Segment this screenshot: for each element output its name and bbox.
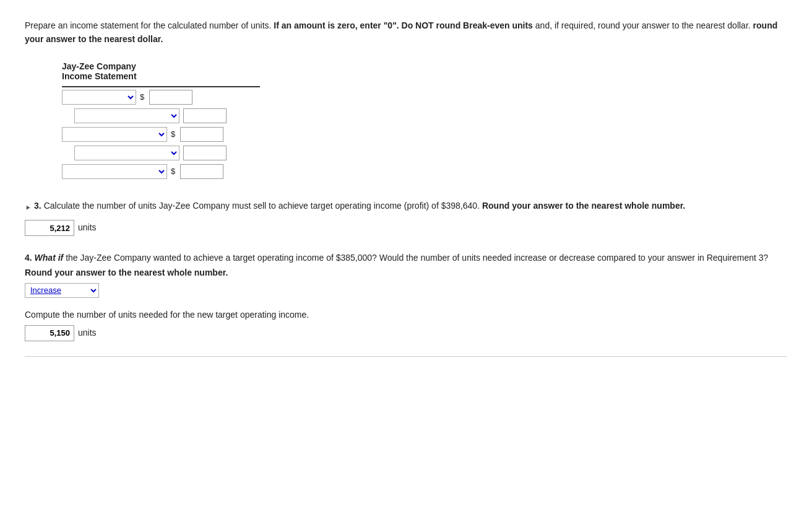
row3-dropdown[interactable]: Sales Revenue Variable Costs Contributio…	[62, 127, 167, 142]
income-row-4: Sales Revenue Variable Costs Contributio…	[62, 146, 260, 160]
q4-increase-dropdown[interactable]: Increase Decrease	[25, 283, 99, 298]
row5-input[interactable]	[180, 164, 223, 179]
dollar-sign-1: $	[140, 92, 144, 102]
row1-dropdown[interactable]: Sales Revenue Variable Costs Contributio…	[62, 90, 136, 105]
q4-text: the Jay-Zee Company wanted to achieve a …	[66, 253, 768, 263]
row3-input[interactable]	[180, 127, 223, 142]
q4-answer-row: units	[25, 325, 787, 341]
statement-title: Income Statement	[62, 71, 787, 81]
q3-number: 3.	[34, 199, 41, 214]
income-row-2: Sales Revenue Variable Costs Contributio…	[62, 108, 260, 123]
income-row-1: Sales Revenue Variable Costs Contributio…	[62, 90, 260, 105]
row5-dropdown[interactable]: Sales Revenue Variable Costs Contributio…	[62, 164, 167, 179]
q3-answer-input[interactable]	[25, 220, 74, 236]
q3-answer-row: units	[25, 220, 787, 236]
question4-section: 4. What if the Jay-Zee Company wanted to…	[25, 251, 787, 341]
income-row-5: Sales Revenue Variable Costs Contributio…	[62, 164, 260, 179]
income-row-3: Sales Revenue Variable Costs Contributio…	[62, 127, 260, 142]
row4-input[interactable]	[183, 146, 227, 160]
q3-text: Calculate the number of units Jay-Zee Co…	[44, 199, 480, 214]
dollar-sign-5: $	[171, 167, 175, 176]
row2-dropdown[interactable]: Sales Revenue Variable Costs Contributio…	[74, 108, 179, 123]
q4-increase-row: Increase Decrease	[25, 283, 787, 298]
row1-input[interactable]	[149, 90, 192, 105]
instruction-bold1: If an amount is zero, enter "0". Do NOT …	[274, 20, 533, 30]
q4-bold: Round your answer to the nearest whole n…	[25, 268, 228, 277]
q4-units-label: units	[78, 326, 97, 341]
instructions: Prepare an income statement for the calc…	[25, 19, 787, 46]
income-table: Sales Revenue Variable Costs Contributio…	[62, 86, 260, 179]
question3-section: ‣ 3. Calculate the number of units Jay-Z…	[25, 199, 787, 237]
row2-input[interactable]	[183, 108, 227, 123]
company-name: Jay-Zee Company	[62, 61, 787, 71]
income-statement-section: Jay-Zee Company Income Statement Sales R…	[25, 61, 787, 179]
q3-bold: Round your answer to the nearest whole n…	[482, 199, 685, 214]
arrow-icon: ‣	[25, 199, 32, 218]
row4-dropdown[interactable]: Sales Revenue Variable Costs Contributio…	[74, 146, 179, 160]
q4-compute-text: Compute the number of units needed for t…	[25, 308, 787, 323]
q4-answer-input[interactable]	[25, 325, 74, 341]
company-header: Jay-Zee Company Income Statement	[62, 61, 787, 81]
q3-units-label: units	[78, 220, 97, 235]
q4-number: 4.	[25, 253, 32, 263]
page-divider	[25, 356, 787, 357]
q4-italic-bold: What if	[35, 253, 66, 263]
dollar-sign-3: $	[171, 129, 175, 139]
